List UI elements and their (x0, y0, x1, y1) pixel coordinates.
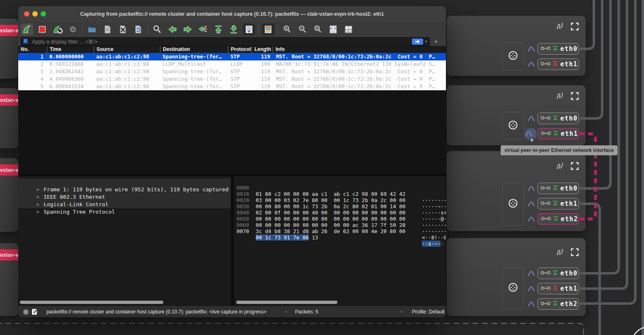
resize-columns-button[interactable] (327, 24, 339, 35)
open-file-button[interactable] (86, 24, 98, 35)
window-titlebar[interactable]: Capturing from packetflix:// remote clus… (18, 6, 446, 22)
close-window-button[interactable] (24, 11, 29, 17)
expand-icon[interactable] (571, 248, 579, 258)
capture-wave-icon[interactable] (525, 283, 537, 294)
find-packet-button[interactable] (151, 24, 163, 35)
node-name-badge[interactable]: vxlan-e (0, 94, 19, 106)
go-last-packet-button[interactable] (228, 24, 240, 35)
details-hscrollbar-thumb[interactable] (20, 301, 163, 304)
zoom-window-button[interactable] (41, 11, 46, 17)
display-filter-field[interactable]: ▼ (21, 37, 430, 46)
column-header-destination[interactable]: Destination (160, 46, 228, 53)
go-back-button[interactable] (166, 24, 179, 35)
interface-badge-eth2[interactable]: eth2 (537, 298, 579, 310)
interface-badge-eth1[interactable]: eth1 (537, 283, 579, 294)
minimize-window-button[interactable] (32, 11, 38, 17)
hex-ascii[interactable]: <··8!··& ·b··N ·· (422, 234, 446, 241)
hex-row[interactable]: 0020 00 00 80 00 00 1c 73 2b 0a 2c 80 02… (234, 191, 446, 197)
colorize-packets-button[interactable] (262, 24, 274, 35)
capture-wave-icon[interactable] (525, 213, 537, 225)
expand-chevron-icon[interactable]: > (31, 186, 44, 193)
close-file-button[interactable] (116, 24, 129, 35)
capture-squiggle-icon[interactable] (555, 21, 565, 33)
hex-row[interactable]: 0010 03 00 00 03 02 7e 80 00 00 1c 73 2b… (234, 185, 446, 191)
capture-wave-icon[interactable] (525, 43, 537, 55)
interface-badge-eth0[interactable]: eth0 (537, 113, 579, 124)
expand-icon[interactable] (571, 162, 579, 172)
node-name-badge[interactable]: vxlan-e (0, 249, 19, 260)
restart-capture-button[interactable] (51, 24, 64, 35)
stop-capture-button[interactable] (36, 24, 48, 35)
capture-wave-icon[interactable] (525, 298, 537, 310)
capture-wave-icon[interactable] (525, 268, 537, 279)
packet-row[interactable]: 3 2.048362442 aa:c1:ab:c1:c2:98 Spanning… (18, 68, 446, 75)
hex-row[interactable]: 0070 00 1c 73 91 7e 86 13 ··s·~·· (234, 222, 446, 228)
detail-tree-row[interactable]: >Frame 1: 119 bytes on wire (952 bits), … (18, 178, 231, 186)
capture-options-button[interactable]: ⚙ (67, 24, 79, 35)
zoom-reset-button[interactable] (312, 24, 324, 35)
interface-badge-eth1[interactable]: eth1 (537, 58, 579, 70)
container-icon[interactable] (508, 282, 518, 294)
expand-icon[interactable] (571, 92, 579, 102)
column-header-no[interactable]: No. (18, 46, 47, 53)
packet-row[interactable]: 5 6.098941534 aa:c1:ab:c1:c2:98 Spanning… (18, 83, 446, 90)
hex-row[interactable]: 0050 00 00 00 00 00 00 00 00 00 00 ac 36… (234, 210, 446, 216)
column-header-protocol[interactable]: Protocol (228, 46, 252, 53)
capture-wave-icon[interactable] (525, 128, 537, 140)
capture-wave-icon[interactable] (525, 58, 537, 70)
expand-chevron-icon[interactable]: > (31, 209, 44, 215)
hex-ascii[interactable]: ········ ···6··P( (422, 228, 446, 234)
packet-row[interactable]: 1 0.000000000 aa:c1:ab:c1:c2:98 Spanning… (18, 53, 446, 60)
capture-wave-icon[interactable] (525, 113, 537, 124)
hex-row[interactable]: 0060 3c d4 b8 38 21 d8 ab 26 de 62 00 00… (234, 216, 446, 222)
bytes-hscrollbar-thumb[interactable] (236, 301, 337, 304)
container-icon[interactable] (508, 198, 518, 210)
expand-chevron-icon[interactable]: > (31, 194, 44, 200)
go-to-packet-button[interactable] (197, 24, 209, 35)
expert-info-icon[interactable] (23, 309, 29, 315)
hex-bytes[interactable]: 00 1c 73 91 7e 86 13 (256, 234, 318, 241)
interface-badge-eth2[interactable]: eth2 (537, 213, 579, 225)
capture-squiggle-icon[interactable] (555, 247, 565, 259)
start-capture-button[interactable] (21, 24, 33, 35)
packet-row[interactable]: 4 4.049068360 aa:c1:ab:c1:c2:98 Spanning… (18, 75, 446, 83)
hex-row[interactable]: 0040 00 00 00 00 00 00 00 00 00 00 00 00… (234, 203, 446, 210)
go-forward-button[interactable] (182, 24, 194, 35)
filter-dropdown-caret[interactable]: ▼ (424, 39, 429, 45)
node-name-badge[interactable]: vxlan-e (0, 164, 19, 176)
container-icon[interactable] (508, 120, 518, 132)
column-header-info[interactable]: Info (273, 46, 446, 53)
column-header-source[interactable]: Source (94, 46, 160, 53)
hex-ascii[interactable]: ··s·~·· (422, 241, 444, 247)
packet-row[interactable]: 2 0.349121668 aa:c1:ab:c1:c2:98 LLDP_Mul… (18, 60, 446, 68)
expand-icon[interactable] (571, 22, 579, 32)
zoom-out-button[interactable] (296, 24, 309, 35)
expand-chevron-icon[interactable]: > (31, 201, 44, 207)
hex-bytes[interactable]: 3c d4 b8 38 21 d8 ab 26 de 62 00 00 4e 2… (256, 228, 405, 234)
column-header-length[interactable]: Length (252, 46, 273, 53)
save-file-button[interactable] (101, 24, 114, 35)
filter-apply-button[interactable] (412, 39, 423, 45)
capture-wave-icon[interactable] (525, 183, 537, 194)
capture-squiggle-icon[interactable] (555, 91, 565, 102)
reload-file-button[interactable] (132, 24, 144, 35)
node-name-badge[interactable]: vxlan-e (0, 25, 19, 36)
numbered-columns-button[interactable]: 123 (342, 24, 355, 35)
zoom-in-button[interactable] (281, 24, 293, 35)
profile-label[interactable]: Profile: Default (412, 306, 445, 317)
interface-badge-eth0[interactable]: eth0 (537, 43, 579, 55)
capture-wave-icon[interactable] (525, 198, 537, 210)
hex-row[interactable]: 0000 01 80 c2 00 00 00 aa c1 ab c1 c2 98… (234, 178, 446, 185)
auto-scroll-button[interactable] (243, 24, 255, 35)
statusbar-grip[interactable] (401, 311, 402, 313)
interface-badge-eth0[interactable]: eth0 (537, 183, 579, 194)
statusbar-grip[interactable] (285, 311, 287, 313)
hex-row[interactable]: 0030 02 00 0f 00 00 00 40 00 00 00 00 00… (234, 197, 446, 203)
filter-add-button[interactable]: + (432, 37, 440, 45)
capture-file-properties-icon[interactable] (31, 308, 37, 316)
filter-bookmark-icon[interactable] (23, 39, 28, 46)
display-filter-input[interactable] (31, 38, 348, 46)
interface-badge-eth0[interactable]: eth0 (537, 268, 579, 279)
go-first-packet-button[interactable] (212, 24, 225, 35)
column-header-time[interactable]: Time (47, 46, 94, 53)
